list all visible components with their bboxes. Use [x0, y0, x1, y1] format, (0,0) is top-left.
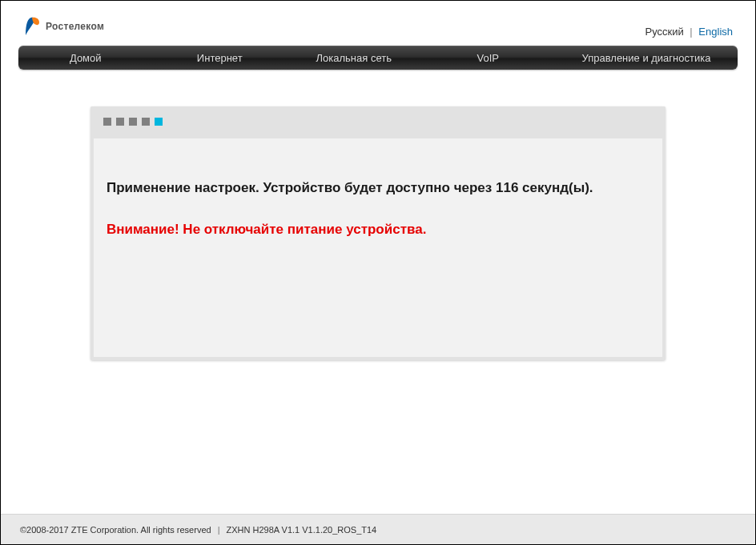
footer-separator: | [218, 525, 220, 535]
status-prefix: Применение настроек. Устройство будет до… [107, 180, 496, 195]
brand-name: Ростелеком [46, 21, 104, 32]
rostelecom-icon [23, 15, 41, 38]
panel-body: Применение настроек. Устройство будет до… [94, 138, 662, 357]
lang-current[interactable]: Русский [645, 26, 683, 38]
header: Ростелеком Русский | English [1, 1, 755, 46]
progress-dot [116, 118, 124, 126]
footer: ©2008-2017 ZTE Corporation. All rights r… [1, 514, 755, 544]
main-nav: Домой Интернет Локальная сеть VoIP Управ… [18, 46, 738, 70]
progress-dot [142, 118, 150, 126]
nav-voip[interactable]: VoIP [420, 52, 554, 64]
logo: Ростелеком [23, 15, 104, 38]
lang-other[interactable]: English [698, 26, 733, 38]
footer-copyright: ©2008-2017 ZTE Corporation. All rights r… [20, 525, 211, 535]
warning-message: Внимание! Не отключайте питание устройст… [107, 222, 649, 238]
lang-separator: | [690, 26, 692, 38]
progress-dot [155, 118, 163, 126]
status-suffix: секунд(ы). [518, 180, 593, 195]
progress-dot [103, 118, 111, 126]
status-message: Применение настроек. Устройство будет до… [107, 180, 649, 196]
language-switcher: Русский | English [645, 26, 733, 38]
nav-internet[interactable]: Интернет [152, 52, 286, 64]
status-panel: Применение настроек. Устройство будет до… [90, 106, 666, 360]
progress-dot [129, 118, 137, 126]
footer-model: ZXHN H298A V1.1 V1.1.20_ROS_T14 [226, 525, 376, 535]
nav-management[interactable]: Управление и диагностика [555, 52, 738, 64]
nav-lan[interactable]: Локальная сеть [287, 52, 420, 64]
progress-indicator [103, 118, 163, 126]
app-window: { "brand": { "name": "Ростелеком" }, "la… [0, 0, 756, 545]
nav-home[interactable]: Домой [18, 52, 152, 64]
status-seconds: 116 [496, 180, 518, 195]
content-area: Применение настроек. Устройство будет до… [1, 70, 755, 514]
